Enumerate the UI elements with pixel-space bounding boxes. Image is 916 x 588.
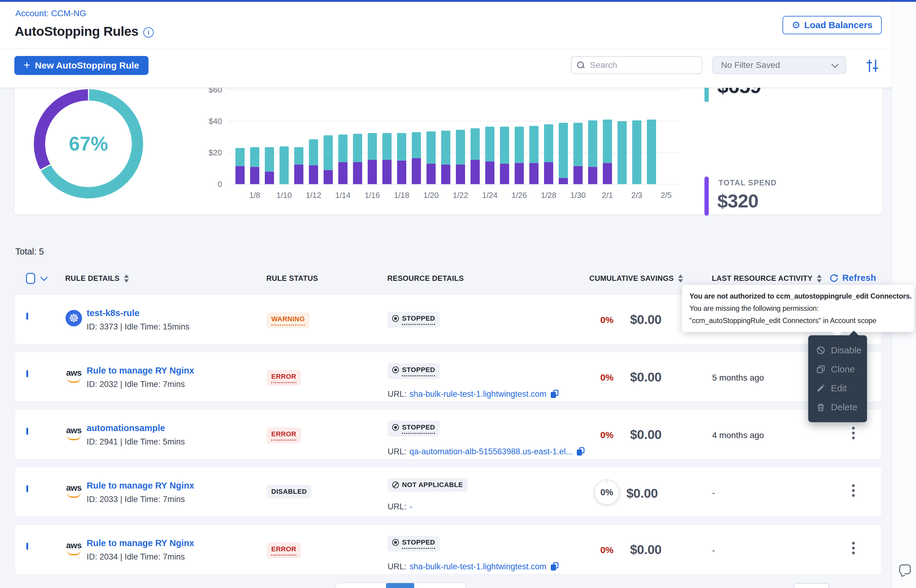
gear-icon: ⚙ [792,19,801,31]
rule-meta: ID: 3373 | Idle Time: 15mins [87,322,189,332]
url-label: URL: [388,502,406,512]
svg-text:$20: $20 [209,148,222,157]
savings-percent-ring: 0% [594,480,620,505]
row-select-cell [15,352,66,402]
rule-text-block: Rule to manage RY NginxID: 2032 | Idle T… [87,365,194,402]
pagination-active-page[interactable] [386,583,414,588]
total-spend-marker [704,176,709,216]
rule-details-cell: ☸test-k8s-ruleID: 3373 | Idle Time: 15mi… [66,295,267,344]
rule-name-link[interactable]: Rule to manage RY Nginx [87,538,194,548]
last-activity-cell: - [712,467,833,517]
savings-percent: 0% [590,410,613,459]
table-row: awsRule to manage RY NginxID: 2032 | Idl… [15,352,882,402]
rule-meta: ID: 2941 | Idle Time: 5mins [87,437,185,447]
filter-settings-icon[interactable] [866,60,879,72]
row-checkbox[interactable] [26,313,28,320]
menu-item-delete[interactable]: Delete [808,398,867,417]
chevron-down-icon [831,61,838,68]
resource-details-cell: NOT APPLICABLEURL:- [388,467,590,517]
svg-text:$40: $40 [209,116,222,126]
svg-text:1/26: 1/26 [511,191,527,200]
permission-tooltip: You are not authorized to ccm_autostoppi… [682,285,914,332]
resource-url-link[interactable]: - [409,502,413,512]
header-rule-status: RULE STATUS [266,274,387,283]
copy-icon[interactable] [551,562,559,572]
aws-icon: aws [66,484,82,517]
page-title: AutoStopping Rules [15,24,138,39]
row-actions-menu-icon[interactable] [852,542,856,554]
svg-text:1/16: 1/16 [365,191,380,200]
load-balancers-button[interactable]: ⚙ Load Balancers [783,16,882,34]
status-badge: ERROR [267,427,301,443]
row-checkbox[interactable] [26,543,28,550]
svg-text:2/3: 2/3 [631,191,642,200]
rule-name-link[interactable]: test-k8s-rule [87,308,189,318]
select-all-checkbox[interactable] [26,273,35,284]
refresh-button[interactable]: Refresh [829,273,876,283]
rule-status-cell: ERROR [267,525,388,574]
rule-details-cell: awsRule to manage RY NginxID: 2034 | Idl… [66,525,267,574]
filter-dropdown[interactable]: No Filter Saved [712,56,846,74]
table-row: awsautomationsampleID: 2941 | Idle Time:… [15,409,882,459]
plus-icon: + [24,59,30,71]
row-actions-menu-icon[interactable] [852,427,856,439]
table-total-count: Total: 5 [15,247,44,257]
svg-text:1/20: 1/20 [423,191,439,200]
table-row: awsRule to manage RY NginxID: 2034 | Idl… [15,524,882,575]
row-actions-menu-icon[interactable] [852,484,856,497]
tooltip-line-1: You are not authorized to ccm_autostoppi… [689,290,907,302]
rule-details-cell: awsautomationsampleID: 2941 | Idle Time:… [66,410,267,459]
resource-url-line: URL:sha-bulk-rule-test-1.lightwingtest.c… [388,389,590,399]
header-select-cell [15,273,65,284]
select-menu-chevron-icon[interactable] [40,273,47,281]
resource-url-line: URL:sha-bulk-rule-test-1.lightwingtest.c… [388,562,590,572]
menu-item-clone[interactable]: Clone [808,360,867,379]
table-row: awsRule to manage RY NginxID: 2033 | Idl… [15,467,882,517]
resource-url-link[interactable]: sha-bulk-rule-test-1.lightwingtest.com [409,389,547,399]
svg-text:1/28: 1/28 [541,191,557,200]
row-checkbox[interactable] [26,370,28,377]
bottom-corner-button[interactable] [793,583,829,588]
chat-bubble-icon[interactable] [899,564,911,574]
edit-icon [816,384,825,393]
row-checkbox[interactable] [26,485,28,492]
rule-name-link[interactable]: Rule to manage RY Nginx [87,481,194,491]
last-activity-value: - [712,546,715,555]
header-last-activity: LAST RESOURCE ACTIVITY [712,274,833,283]
last-activity-value: 5 months ago [712,373,764,383]
autostopping-rules-page: Account: CCM-NG AutoStopping Rules i ⚙ L… [0,0,916,588]
svg-text:1/10: 1/10 [277,191,292,200]
svg-text:1/24: 1/24 [482,191,498,200]
total-spend-value: $320 [717,190,758,212]
aws-icon: aws [66,426,82,459]
sort-rule-details-icon[interactable] [124,275,129,283]
menu-item-edit[interactable]: Edit [808,379,867,398]
sort-activity-icon[interactable] [817,275,822,283]
rule-text-block: Rule to manage RY NginxID: 2033 | Idle T… [87,481,194,517]
stopped-icon [392,539,399,546]
info-icon[interactable]: i [143,27,154,38]
resource-details-cell: STOPPEDURL:sha-bulk-rule-test-1.lightwin… [388,352,590,402]
account-breadcrumb[interactable]: Account: CCM-NG [15,8,86,18]
copy-icon[interactable] [551,390,559,399]
resource-url-link[interactable]: sha-bulk-rule-test-1.lightwingtest.com [409,562,547,572]
resource-state-badge: STOPPED [388,536,440,552]
savings-amount: $0.00 [630,410,662,459]
svg-text:1/14: 1/14 [335,191,351,200]
savings-percent: 0% [590,525,613,574]
rule-name-link[interactable]: automationsample [87,423,185,433]
row-checkbox[interactable] [26,428,28,435]
aws-icon: aws [66,541,82,574]
svg-text:1/18: 1/18 [394,191,409,200]
summary-chart-card: 67% 0$20$40$601/81/101/121/141/161/181/2… [14,73,883,215]
copy-icon[interactable] [577,447,585,456]
resource-state-badge: STOPPED [388,421,440,436]
aws-icon: aws [66,369,82,402]
rule-name-link[interactable]: Rule to manage RY Nginx [87,365,194,376]
cumulative-savings-cell: 0%$0.00 [590,467,712,517]
resource-url-link[interactable]: qa-automation-alb-515563988.us-east-1.el… [409,447,573,456]
search-input[interactable] [589,60,696,70]
new-autostopping-rule-button[interactable]: + New AutoStopping Rule [15,56,149,75]
menu-item-disable[interactable]: Disable [808,341,867,360]
sort-savings-icon[interactable] [678,275,683,283]
